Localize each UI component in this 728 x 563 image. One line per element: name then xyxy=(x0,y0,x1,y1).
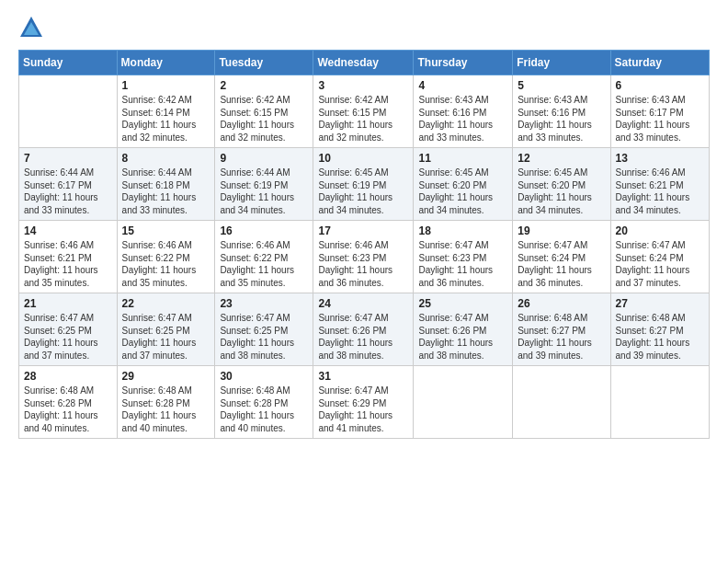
day-info: Sunrise: 6:44 AM Sunset: 6:17 PM Dayligh… xyxy=(24,167,112,216)
table-row: 5Sunrise: 6:43 AM Sunset: 6:16 PM Daylig… xyxy=(513,75,610,148)
day-info: Sunrise: 6:47 AM Sunset: 6:26 PM Dayligh… xyxy=(418,312,507,362)
table-row: 17Sunrise: 6:46 AM Sunset: 6:23 PM Dayli… xyxy=(313,221,414,293)
day-info: Sunrise: 6:42 AM Sunset: 6:15 PM Dayligh… xyxy=(220,94,308,144)
table-row: 25Sunrise: 6:47 AM Sunset: 6:26 PM Dayli… xyxy=(414,293,513,366)
table-row: 29Sunrise: 6:48 AM Sunset: 6:28 PM Dayli… xyxy=(117,366,215,439)
day-number: 28 xyxy=(24,370,112,383)
logo xyxy=(18,15,51,40)
day-number: 21 xyxy=(24,297,112,310)
day-info: Sunrise: 6:47 AM Sunset: 6:26 PM Dayligh… xyxy=(318,312,408,362)
table-row: 22Sunrise: 6:47 AM Sunset: 6:25 PM Dayli… xyxy=(117,293,215,366)
table-row: 14Sunrise: 6:46 AM Sunset: 6:21 PM Dayli… xyxy=(19,221,118,293)
day-number: 31 xyxy=(318,370,408,383)
day-info: Sunrise: 6:46 AM Sunset: 6:21 PM Dayligh… xyxy=(24,239,112,289)
day-number: 24 xyxy=(318,297,408,310)
table-row: 11Sunrise: 6:45 AM Sunset: 6:20 PM Dayli… xyxy=(414,148,513,221)
day-info: Sunrise: 6:48 AM Sunset: 6:28 PM Dayligh… xyxy=(220,385,308,434)
day-number: 17 xyxy=(318,224,408,237)
calendar-header-row: Sunday Monday Tuesday Wednesday Thursday… xyxy=(19,51,710,75)
col-monday: Monday xyxy=(117,51,215,75)
day-info: Sunrise: 6:42 AM Sunset: 6:15 PM Dayligh… xyxy=(318,94,408,144)
col-thursday: Thursday xyxy=(414,51,513,75)
day-number: 14 xyxy=(24,224,112,237)
col-saturday: Saturday xyxy=(610,51,709,75)
day-number: 11 xyxy=(418,152,507,165)
calendar-week-row: 7Sunrise: 6:44 AM Sunset: 6:17 PM Daylig… xyxy=(19,148,710,221)
calendar-week-row: 14Sunrise: 6:46 AM Sunset: 6:21 PM Dayli… xyxy=(19,221,710,293)
table-row: 16Sunrise: 6:46 AM Sunset: 6:22 PM Dayli… xyxy=(215,221,313,293)
day-info: Sunrise: 6:48 AM Sunset: 6:27 PM Dayligh… xyxy=(616,312,704,362)
table-row: 1Sunrise: 6:42 AM Sunset: 6:14 PM Daylig… xyxy=(117,75,215,148)
logo-icon xyxy=(18,15,44,40)
table-row: 4Sunrise: 6:43 AM Sunset: 6:16 PM Daylig… xyxy=(414,75,513,148)
calendar-week-row: 28Sunrise: 6:48 AM Sunset: 6:28 PM Dayli… xyxy=(19,366,710,439)
day-number: 8 xyxy=(122,152,210,165)
day-info: Sunrise: 6:48 AM Sunset: 6:28 PM Dayligh… xyxy=(122,385,210,434)
calendar-week-row: 1Sunrise: 6:42 AM Sunset: 6:14 PM Daylig… xyxy=(19,75,710,148)
table-row: 13Sunrise: 6:46 AM Sunset: 6:21 PM Dayli… xyxy=(610,148,709,221)
day-number: 22 xyxy=(122,297,210,310)
day-info: Sunrise: 6:46 AM Sunset: 6:22 PM Dayligh… xyxy=(220,239,308,289)
calendar-table: Sunday Monday Tuesday Wednesday Thursday… xyxy=(18,50,710,439)
day-number: 19 xyxy=(518,224,605,237)
day-number: 5 xyxy=(518,79,605,92)
table-row: 31Sunrise: 6:47 AM Sunset: 6:29 PM Dayli… xyxy=(313,366,414,439)
day-info: Sunrise: 6:43 AM Sunset: 6:16 PM Dayligh… xyxy=(518,94,605,144)
day-number: 30 xyxy=(220,370,308,383)
col-tuesday: Tuesday xyxy=(215,51,313,75)
table-row: 19Sunrise: 6:47 AM Sunset: 6:24 PM Dayli… xyxy=(513,221,610,293)
table-row: 20Sunrise: 6:47 AM Sunset: 6:24 PM Dayli… xyxy=(610,221,709,293)
table-row: 30Sunrise: 6:48 AM Sunset: 6:28 PM Dayli… xyxy=(215,366,313,439)
page: Sunday Monday Tuesday Wednesday Thursday… xyxy=(0,0,728,563)
day-info: Sunrise: 6:46 AM Sunset: 6:23 PM Dayligh… xyxy=(318,239,408,289)
table-row: 6Sunrise: 6:43 AM Sunset: 6:17 PM Daylig… xyxy=(610,75,709,148)
day-info: Sunrise: 6:47 AM Sunset: 6:23 PM Dayligh… xyxy=(418,239,507,289)
day-info: Sunrise: 6:47 AM Sunset: 6:25 PM Dayligh… xyxy=(24,312,112,362)
table-row: 18Sunrise: 6:47 AM Sunset: 6:23 PM Dayli… xyxy=(414,221,513,293)
day-info: Sunrise: 6:46 AM Sunset: 6:22 PM Dayligh… xyxy=(122,239,210,289)
day-info: Sunrise: 6:42 AM Sunset: 6:14 PM Dayligh… xyxy=(122,94,210,144)
day-info: Sunrise: 6:48 AM Sunset: 6:27 PM Dayligh… xyxy=(518,312,605,362)
table-row xyxy=(610,366,709,439)
table-row xyxy=(19,75,118,148)
day-info: Sunrise: 6:47 AM Sunset: 6:24 PM Dayligh… xyxy=(616,239,704,289)
day-number: 6 xyxy=(616,79,704,92)
day-info: Sunrise: 6:45 AM Sunset: 6:20 PM Dayligh… xyxy=(518,167,605,216)
day-number: 27 xyxy=(616,297,704,310)
day-info: Sunrise: 6:44 AM Sunset: 6:19 PM Dayligh… xyxy=(220,167,308,216)
table-row: 21Sunrise: 6:47 AM Sunset: 6:25 PM Dayli… xyxy=(19,293,118,366)
day-number: 29 xyxy=(122,370,210,383)
day-number: 13 xyxy=(616,152,704,165)
day-number: 1 xyxy=(122,79,210,92)
day-info: Sunrise: 6:47 AM Sunset: 6:25 PM Dayligh… xyxy=(220,312,308,362)
table-row: 27Sunrise: 6:48 AM Sunset: 6:27 PM Dayli… xyxy=(610,293,709,366)
day-info: Sunrise: 6:45 AM Sunset: 6:20 PM Dayligh… xyxy=(418,167,507,216)
table-row: 9Sunrise: 6:44 AM Sunset: 6:19 PM Daylig… xyxy=(215,148,313,221)
table-row xyxy=(513,366,610,439)
day-number: 4 xyxy=(418,79,507,92)
day-number: 9 xyxy=(220,152,308,165)
day-info: Sunrise: 6:47 AM Sunset: 6:25 PM Dayligh… xyxy=(122,312,210,362)
day-number: 26 xyxy=(518,297,605,310)
day-number: 2 xyxy=(220,79,308,92)
col-friday: Friday xyxy=(513,51,610,75)
day-info: Sunrise: 6:47 AM Sunset: 6:24 PM Dayligh… xyxy=(518,239,605,289)
day-info: Sunrise: 6:43 AM Sunset: 6:17 PM Dayligh… xyxy=(616,94,704,144)
day-info: Sunrise: 6:48 AM Sunset: 6:28 PM Dayligh… xyxy=(24,385,112,434)
table-row: 8Sunrise: 6:44 AM Sunset: 6:18 PM Daylig… xyxy=(117,148,215,221)
day-number: 15 xyxy=(122,224,210,237)
day-info: Sunrise: 6:45 AM Sunset: 6:19 PM Dayligh… xyxy=(318,167,408,216)
table-row: 28Sunrise: 6:48 AM Sunset: 6:28 PM Dayli… xyxy=(19,366,118,439)
day-number: 25 xyxy=(418,297,507,310)
day-number: 18 xyxy=(418,224,507,237)
day-info: Sunrise: 6:47 AM Sunset: 6:29 PM Dayligh… xyxy=(318,385,408,434)
day-info: Sunrise: 6:44 AM Sunset: 6:18 PM Dayligh… xyxy=(122,167,210,216)
day-info: Sunrise: 6:43 AM Sunset: 6:16 PM Dayligh… xyxy=(418,94,507,144)
table-row xyxy=(414,366,513,439)
calendar-week-row: 21Sunrise: 6:47 AM Sunset: 6:25 PM Dayli… xyxy=(19,293,710,366)
table-row: 2Sunrise: 6:42 AM Sunset: 6:15 PM Daylig… xyxy=(215,75,313,148)
table-row: 24Sunrise: 6:47 AM Sunset: 6:26 PM Dayli… xyxy=(313,293,414,366)
table-row: 15Sunrise: 6:46 AM Sunset: 6:22 PM Dayli… xyxy=(117,221,215,293)
table-row: 3Sunrise: 6:42 AM Sunset: 6:15 PM Daylig… xyxy=(313,75,414,148)
col-sunday: Sunday xyxy=(19,51,118,75)
